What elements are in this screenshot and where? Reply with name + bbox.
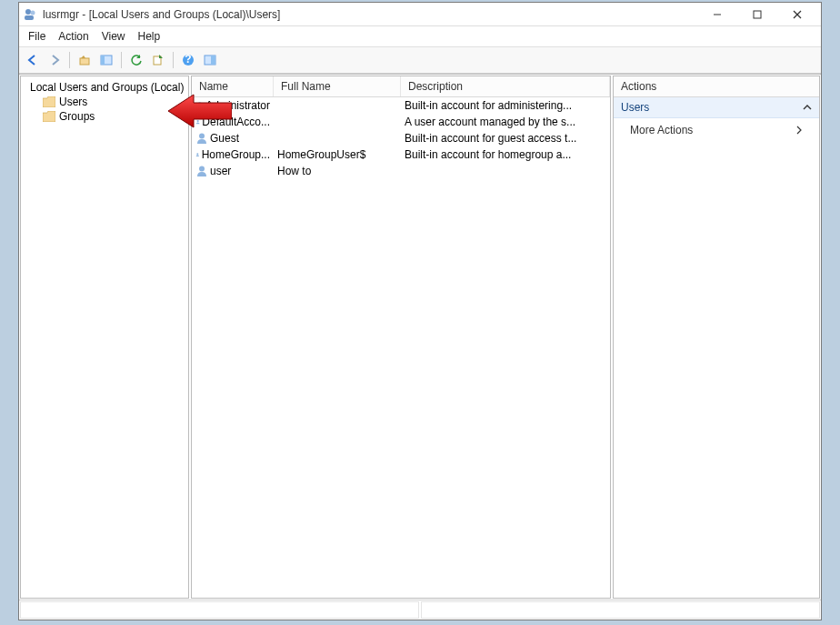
svg-point-20 bbox=[197, 120, 199, 122]
mmc-window: lusrmgr - [Local Users and Groups (Local… bbox=[18, 2, 822, 620]
menu-help[interactable]: Help bbox=[138, 30, 161, 43]
svg-rect-14 bbox=[211, 55, 215, 65]
tree-root: Local Users and Groups (Local) Users Gro… bbox=[23, 78, 186, 126]
cell-name-text: user bbox=[210, 165, 231, 177]
cell-name-text: DefaultAcco... bbox=[202, 116, 270, 128]
cell-name: Guest bbox=[192, 132, 274, 145]
status-right bbox=[421, 601, 820, 619]
user-icon bbox=[195, 132, 208, 145]
list-body: Administrator Built-in account for admin… bbox=[192, 97, 610, 598]
column-header-description[interactable]: Description bbox=[401, 76, 610, 96]
separator-icon bbox=[121, 52, 122, 68]
cell-description: Built-in account for guest access t... bbox=[401, 132, 610, 145]
list-row[interactable]: DefaultAcco... A user account managed by… bbox=[192, 114, 610, 130]
actions-group-label: Users bbox=[621, 101, 649, 114]
maximize-button[interactable] bbox=[737, 4, 777, 25]
svg-point-22 bbox=[199, 134, 205, 139]
svg-point-26 bbox=[199, 166, 205, 172]
window-controls bbox=[697, 4, 817, 25]
tree-item-label: Groups bbox=[59, 110, 95, 123]
svg-rect-9 bbox=[101, 55, 105, 65]
help-button[interactable]: ? bbox=[178, 50, 198, 70]
tree-item-groups[interactable]: Groups bbox=[25, 109, 185, 124]
svg-point-2 bbox=[31, 10, 35, 15]
menu-view[interactable]: View bbox=[102, 30, 125, 43]
tree-root-node[interactable]: Local Users and Groups (Local) bbox=[25, 80, 185, 95]
user-icon bbox=[195, 148, 200, 161]
body: Local Users and Groups (Local) Users Gro… bbox=[19, 74, 821, 600]
user-icon bbox=[195, 99, 204, 112]
cell-name-text: HomeGroup... bbox=[202, 148, 270, 161]
status-bar bbox=[19, 600, 821, 620]
list-header: Name Full Name Description bbox=[192, 76, 610, 97]
forward-button[interactable] bbox=[45, 50, 65, 70]
actions-pane: Actions Users More Actions bbox=[613, 76, 820, 599]
tree-pane: Local Users and Groups (Local) Users Gro… bbox=[20, 76, 189, 599]
back-button[interactable] bbox=[23, 50, 43, 70]
list-row[interactable]: Administrator Built-in account for admin… bbox=[192, 97, 610, 114]
separator-icon bbox=[173, 52, 174, 68]
minimize-button[interactable] bbox=[697, 4, 737, 25]
menu-file[interactable]: File bbox=[28, 30, 45, 43]
properties-button[interactable] bbox=[200, 50, 220, 70]
cell-description: Built-in account for homegroup a... bbox=[401, 148, 610, 161]
svg-point-24 bbox=[196, 153, 198, 155]
toolbar: ? bbox=[19, 47, 821, 74]
svg-point-18 bbox=[198, 102, 202, 106]
tree-item-users[interactable]: Users bbox=[25, 95, 185, 109]
menu-action[interactable]: Action bbox=[58, 30, 88, 43]
svg-rect-4 bbox=[754, 11, 761, 18]
cell-description: Built-in account for administering... bbox=[401, 99, 610, 112]
column-header-fullname[interactable]: Full Name bbox=[274, 76, 401, 96]
menubar: File Action View Help bbox=[19, 26, 821, 47]
column-header-name[interactable]: Name bbox=[192, 76, 274, 96]
list-row[interactable]: Guest Built-in account for guest access … bbox=[192, 130, 610, 146]
titlebar: lusrmgr - [Local Users and Groups (Local… bbox=[19, 3, 821, 26]
actions-more[interactable]: More Actions bbox=[614, 118, 819, 142]
user-icon bbox=[195, 116, 200, 128]
list-row[interactable]: HomeGroup... HomeGroupUser$ Built-in acc… bbox=[192, 146, 610, 163]
tree-item-label: Users bbox=[59, 96, 87, 108]
close-button[interactable] bbox=[777, 4, 817, 25]
refresh-button[interactable] bbox=[126, 50, 146, 70]
cell-name: DefaultAcco... bbox=[192, 116, 274, 128]
list-pane: Name Full Name Description Administrator… bbox=[191, 76, 611, 599]
cell-name: Administrator bbox=[192, 99, 274, 112]
tree-root-label: Local Users and Groups (Local) bbox=[30, 81, 184, 94]
cell-name: user bbox=[192, 165, 274, 177]
cell-fullname: How to bbox=[274, 165, 401, 177]
cell-name-text: Guest bbox=[210, 132, 239, 145]
folder-icon bbox=[43, 111, 55, 122]
svg-rect-1 bbox=[25, 15, 34, 20]
svg-point-0 bbox=[25, 9, 31, 15]
status-left bbox=[20, 601, 419, 619]
show-console-tree-button[interactable] bbox=[96, 50, 116, 70]
svg-text:?: ? bbox=[185, 54, 191, 66]
app-icon bbox=[23, 7, 37, 22]
collapse-icon bbox=[803, 103, 812, 112]
actions-group-users[interactable]: Users bbox=[614, 97, 819, 118]
folder-icon bbox=[43, 96, 55, 107]
window-title: lusrmgr - [Local Users and Groups (Local… bbox=[43, 8, 697, 21]
cell-name: HomeGroup... bbox=[192, 148, 274, 161]
cell-fullname: HomeGroupUser$ bbox=[274, 148, 401, 161]
actions-item-label: More Actions bbox=[630, 124, 693, 136]
actions-header: Actions bbox=[614, 76, 819, 97]
export-list-button[interactable] bbox=[148, 50, 168, 70]
cell-description: A user account managed by the s... bbox=[401, 116, 610, 128]
chevron-right-icon bbox=[795, 126, 803, 135]
separator-icon bbox=[69, 52, 70, 68]
svg-rect-7 bbox=[80, 58, 89, 65]
up-button[interactable] bbox=[75, 50, 95, 70]
cell-name-text: Administrator bbox=[205, 99, 270, 112]
list-row[interactable]: user How to bbox=[192, 163, 610, 179]
user-icon bbox=[195, 165, 208, 177]
watermark: wsxdn.com bbox=[18, 620, 831, 625]
